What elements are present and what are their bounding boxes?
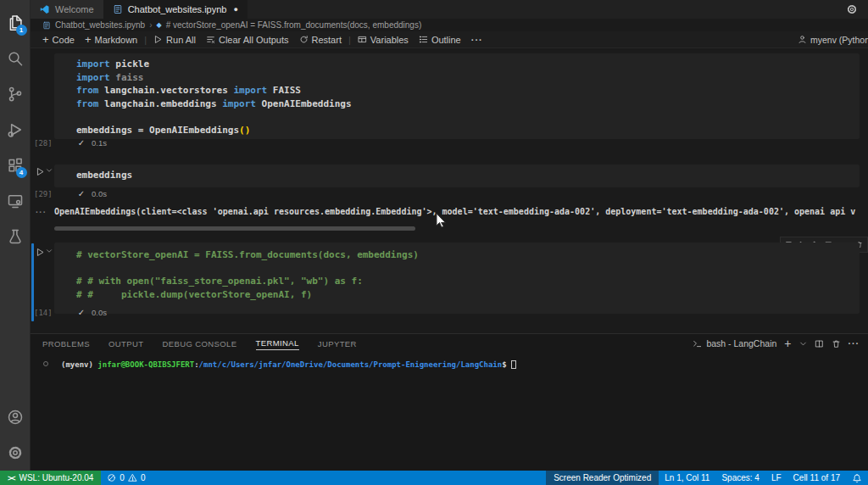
chevron-down-icon[interactable] [799, 340, 807, 348]
terminal-instance-select[interactable]: bash - LangChain [693, 338, 776, 348]
remote-explorer-icon[interactable] [0, 183, 31, 219]
terminal-venv: (myenv) [61, 360, 93, 369]
clear-all-icon [206, 35, 215, 44]
tab-terminal[interactable]: TERMINAL [256, 338, 299, 350]
cursor-position-status[interactable]: Ln 1, Col 11 [659, 473, 715, 482]
plus-icon: + [42, 34, 49, 45]
restart-icon [299, 35, 309, 44]
code-cell-3[interactable]: # vectorStore_openAI = FAISS.from_docume… [54, 242, 860, 314]
chevron-down-icon [46, 167, 53, 174]
notebook-file-icon [113, 4, 123, 14]
person-icon [798, 35, 807, 44]
tab-notebook-label: Chatbot_websites.ipynb [128, 4, 227, 14]
cell-output: ··· OpenAIEmbeddings(client=<class 'open… [31, 206, 868, 221]
kernel-picker[interactable]: myenv (Python [798, 35, 868, 45]
breadcrumb[interactable]: Chatbot_websites.ipynb › ◆ # vectorStore… [31, 19, 868, 31]
tab-welcome-label: Welcome [55, 4, 94, 14]
execution-count: [14] [34, 309, 53, 317]
variables-icon [358, 35, 367, 44]
restart-button[interactable]: Restart [294, 35, 347, 45]
execution-time: 0.1s [92, 138, 107, 148]
more-actions-icon[interactable]: ··· [849, 338, 860, 348]
outline-button[interactable]: Outline [414, 35, 466, 45]
tab-jupyter[interactable]: JUPYTER [318, 339, 357, 350]
plus-icon: + [85, 34, 92, 45]
new-terminal-button[interactable]: + [784, 337, 791, 349]
tab-bar: Welcome Chatbot_websites.ipynb ● [31, 0, 868, 19]
search-icon[interactable] [0, 41, 31, 76]
success-check-icon: ✓ [78, 308, 85, 317]
kill-terminal-icon[interactable] [832, 339, 841, 348]
output-more-actions-icon[interactable]: ··· [36, 208, 47, 217]
breadcrumb-symbol[interactable]: # vectorStore_openAI = FAISS.from_docume… [166, 20, 422, 30]
execution-time: 0.0s [92, 308, 107, 317]
chevron-right-icon: › [149, 20, 152, 30]
code-cell-1[interactable]: import pickleimport faissfrom langchain.… [54, 53, 860, 139]
explorer-badge: 1 [16, 25, 27, 36]
accounts-icon[interactable] [0, 399, 31, 435]
output-horizontal-scrollbar[interactable] [54, 226, 415, 231]
run-all-button[interactable]: Run All [148, 35, 201, 45]
terminal-controls: bash - LangChain + ··· [693, 337, 860, 349]
run-debug-icon[interactable] [0, 112, 31, 148]
breadcrumb-file[interactable]: Chatbot_websites.ipynb [55, 20, 145, 30]
modified-dot-icon: ● [233, 5, 237, 14]
code-cell-2[interactable]: embeddings [54, 164, 860, 187]
cell-position-status[interactable]: Cell 11 of 17 [787, 473, 846, 482]
vscode-window: 1 4 Welcome [0, 0, 868, 485]
testing-icon[interactable] [0, 219, 31, 254]
terminal-user-host: jnfar@BOOK-QBIBSJFERT [97, 360, 194, 369]
execution-count: [29] [34, 190, 53, 198]
remote-icon: >< [8, 474, 15, 482]
notebook-file-icon [42, 21, 51, 30]
extensions-icon[interactable]: 4 [0, 148, 31, 183]
add-markdown-cell-button[interactable]: + Markdown [80, 34, 142, 45]
problems-status[interactable]: 0 0 [101, 473, 151, 482]
tab-notebook[interactable]: Chatbot_websites.ipynb ● [103, 0, 248, 19]
screen-reader-status[interactable]: Screen Reader Optimized [546, 471, 659, 485]
indentation-status[interactable]: Spaces: 4 [715, 473, 765, 482]
more-actions-icon[interactable]: ··· [466, 35, 488, 45]
remote-indicator[interactable]: >< WSL: Ubuntu-20.04 [0, 471, 101, 485]
settings-gear-icon[interactable] [0, 435, 31, 471]
toolbar-separator: | [144, 35, 147, 45]
chevron-down-icon [46, 248, 53, 254]
success-check-icon: ✓ [78, 189, 85, 198]
source-control-icon[interactable] [0, 76, 31, 112]
run-cell-button[interactable] [36, 248, 53, 257]
explorer-icon[interactable]: 1 [0, 5, 31, 41]
toolbar-separator: | [348, 35, 351, 45]
command-decoration-icon [43, 361, 48, 366]
terminal-cwd: /mnt/c/Users/jnfar/OneDrive/Documents/Pr… [199, 360, 503, 369]
notifications-bell-icon[interactable] [846, 473, 868, 483]
bottom-panel: PROBLEMS OUTPUT DEBUG CONSOLE TERMINAL J… [31, 333, 868, 471]
play-icon [153, 35, 163, 44]
execution-count: [28] [34, 139, 53, 148]
terminal-cursor [511, 360, 516, 369]
error-icon [107, 473, 116, 482]
notebook-toolbar: + Code + Markdown | Run All Clear All Ou… [31, 31, 868, 48]
activity-bar: 1 4 [0, 0, 31, 471]
titlebar-settings-gear-icon[interactable] [846, 3, 858, 15]
mouse-cursor [436, 213, 447, 229]
red-underline-annotation: model='text-embedding-ada-002', [442, 207, 601, 216]
split-terminal-icon[interactable] [815, 339, 824, 348]
notebook-editor: import pickleimport faissfrom langchain.… [31, 48, 868, 333]
terminal-icon [693, 339, 702, 348]
tab-output[interactable]: OUTPUT [108, 339, 143, 350]
outline-icon [419, 35, 428, 44]
tab-welcome[interactable]: Welcome [31, 0, 103, 19]
variables-button[interactable]: Variables [353, 35, 414, 45]
tab-debug-console[interactable]: DEBUG CONSOLE [162, 339, 236, 350]
tab-problems[interactable]: PROBLEMS [42, 339, 90, 350]
symbol-icon: ◆ [157, 21, 162, 29]
run-cell-button[interactable] [36, 167, 53, 176]
output-text: OpenAIEmbeddings(client=<class 'openai.a… [54, 207, 868, 216]
eol-status[interactable]: LF [765, 473, 787, 482]
warning-icon [128, 473, 137, 482]
clear-all-outputs-button[interactable]: Clear All Outputs [201, 35, 294, 45]
extensions-badge: 4 [16, 167, 27, 178]
add-code-cell-button[interactable]: + Code [37, 34, 80, 45]
success-check-icon: ✓ [78, 138, 85, 148]
execution-time: 0.0s [92, 189, 107, 198]
